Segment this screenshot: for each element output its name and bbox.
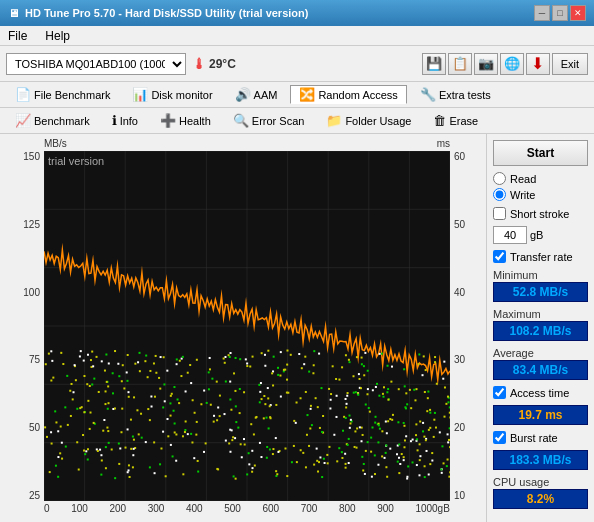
tab-random-access[interactable]: 🔀 Random Access xyxy=(290,85,406,104)
toolbar-icon-5[interactable]: ⬇ xyxy=(526,53,550,75)
maximum-value: 108.2 MB/s xyxy=(493,321,588,341)
title-bar-controls[interactable]: ─ □ ✕ xyxy=(534,5,586,21)
spinbox-row: gB xyxy=(493,226,588,244)
tab-folder-usage[interactable]: 📁 Folder Usage xyxy=(317,111,420,130)
extra-tests-icon: 🔧 xyxy=(420,87,436,102)
stat-maximum: Maximum 108.2 MB/s xyxy=(493,308,588,341)
short-stroke-checkbox[interactable] xyxy=(493,207,506,220)
y-right-unit: ms xyxy=(437,138,450,149)
short-stroke-spinbox[interactable] xyxy=(493,226,527,244)
radio-write[interactable] xyxy=(493,188,506,201)
tab-extra-tests[interactable]: 🔧 Extra tests xyxy=(411,85,500,104)
tab-aam-label: AAM xyxy=(254,89,278,101)
radio-write-label: Write xyxy=(510,189,535,201)
y-axis-right: 60 50 40 30 20 10 xyxy=(450,151,480,501)
chart-container: MB/s ms 150 125 100 75 50 25 trial versi… xyxy=(6,138,480,518)
chart-inner: 150 125 100 75 50 25 trial version 60 50… xyxy=(6,151,480,501)
window-title: HD Tune Pro 5.70 - Hard Disk/SSD Utility… xyxy=(25,7,308,19)
error-scan-icon: 🔍 xyxy=(233,113,249,128)
tab-benchmark[interactable]: 📈 Benchmark xyxy=(6,111,99,130)
maximum-label: Maximum xyxy=(493,308,588,320)
tab-file-benchmark[interactable]: 📄 File Benchmark xyxy=(6,85,119,104)
toolbar-icon-3[interactable]: 📷 xyxy=(474,53,498,75)
access-time-row[interactable]: Access time xyxy=(493,386,588,399)
y-left-unit: MB/s xyxy=(44,138,67,149)
toolbar-icon-2[interactable]: 📋 xyxy=(448,53,472,75)
erase-icon: 🗑 xyxy=(433,113,446,128)
cpu-usage-value: 8.2% xyxy=(493,489,588,509)
short-stroke-row[interactable]: Short stroke xyxy=(493,207,588,220)
tab-info-label: Info xyxy=(120,115,138,127)
burst-rate-value: 183.3 MB/s xyxy=(493,450,588,470)
minimum-label: Minimum xyxy=(493,269,588,281)
random-access-icon: 🔀 xyxy=(299,87,315,102)
app-icon: 🖥 xyxy=(8,7,19,19)
file-benchmark-icon: 📄 xyxy=(15,87,31,102)
tab-extra-tests-label: Extra tests xyxy=(439,89,491,101)
main-content: MB/s ms 150 125 100 75 50 25 trial versi… xyxy=(0,134,594,522)
toolbar-icon-4[interactable]: 🌐 xyxy=(500,53,524,75)
tab-file-benchmark-label: File Benchmark xyxy=(34,89,110,101)
transfer-rate-row[interactable]: Transfer rate xyxy=(493,250,588,263)
folder-usage-icon: 📁 xyxy=(326,113,342,128)
stat-minimum: Minimum 52.8 MB/s xyxy=(493,269,588,302)
stat-burst-rate: 183.3 MB/s xyxy=(493,450,588,470)
tab-error-scan-label: Error Scan xyxy=(252,115,305,127)
toolbar: TOSHIBA MQ01ABD100 (1000 gB) 🌡 29°C 💾 📋 … xyxy=(0,46,594,82)
burst-rate-checkbox[interactable] xyxy=(493,431,506,444)
tab-disk-monitor[interactable]: 📊 Disk monitor xyxy=(123,85,221,104)
stat-access-time: 19.7 ms xyxy=(493,405,588,425)
access-time-value: 19.7 ms xyxy=(493,405,588,425)
tab-health[interactable]: ➕ Health xyxy=(151,111,220,130)
radio-read-label: Read xyxy=(510,173,536,185)
transfer-rate-checkbox[interactable] xyxy=(493,250,506,263)
exit-button[interactable]: Exit xyxy=(552,53,588,75)
tab-erase-label: Erase xyxy=(449,115,478,127)
close-button[interactable]: ✕ xyxy=(570,5,586,21)
maximize-button[interactable]: □ xyxy=(552,5,568,21)
access-time-label: Access time xyxy=(510,387,569,399)
toolbar-icon-1[interactable]: 💾 xyxy=(422,53,446,75)
tab-health-label: Health xyxy=(179,115,211,127)
tab-aam[interactable]: 🔊 AAM xyxy=(226,85,287,104)
short-stroke-unit: gB xyxy=(530,229,543,241)
info-icon: ℹ xyxy=(112,113,117,128)
menu-bar: File Help xyxy=(0,26,594,46)
access-time-checkbox[interactable] xyxy=(493,386,506,399)
toolbar-icon-group: 💾 📋 📷 🌐 ⬇ Exit xyxy=(422,53,588,75)
radio-read[interactable] xyxy=(493,172,506,185)
health-icon: ➕ xyxy=(160,113,176,128)
chart-canvas xyxy=(44,151,450,501)
temperature-display: 🌡 29°C xyxy=(192,56,236,72)
benchmark-icon: 📈 xyxy=(15,113,31,128)
tab-info[interactable]: ℹ Info xyxy=(103,111,147,130)
stat-average: Average 83.4 MB/s xyxy=(493,347,588,380)
nav-tabs-row-1: 📄 File Benchmark 📊 Disk monitor 🔊 AAM 🔀 … xyxy=(0,82,594,108)
x-axis: 0 100 200 300 400 500 600 700 800 900 10… xyxy=(6,503,480,514)
radio-group: Read Write xyxy=(493,172,588,201)
menu-help[interactable]: Help xyxy=(43,29,72,43)
minimum-value: 52.8 MB/s xyxy=(493,282,588,302)
radio-write-row[interactable]: Write xyxy=(493,188,588,201)
tab-random-access-label: Random Access xyxy=(318,89,397,101)
chart-canvas-wrapper: trial version xyxy=(44,151,450,501)
disk-selector[interactable]: TOSHIBA MQ01ABD100 (1000 gB) xyxy=(6,53,186,75)
transfer-rate-label: Transfer rate xyxy=(510,251,573,263)
tab-disk-monitor-label: Disk monitor xyxy=(151,89,212,101)
average-value: 83.4 MB/s xyxy=(493,360,588,380)
tab-error-scan[interactable]: 🔍 Error Scan xyxy=(224,111,314,130)
title-bar: 🖥 HD Tune Pro 5.70 - Hard Disk/SSD Utili… xyxy=(0,0,594,26)
tab-erase[interactable]: 🗑 Erase xyxy=(424,111,487,130)
start-button[interactable]: Start xyxy=(493,140,588,166)
title-bar-left: 🖥 HD Tune Pro 5.70 - Hard Disk/SSD Utili… xyxy=(8,7,308,19)
right-panel: Start Read Write Short stroke gB Transfe… xyxy=(486,134,594,522)
stat-cpu: CPU usage 8.2% xyxy=(493,476,588,509)
thermometer-icon: 🌡 xyxy=(192,56,206,72)
disk-monitor-icon: 📊 xyxy=(132,87,148,102)
tab-folder-usage-label: Folder Usage xyxy=(345,115,411,127)
menu-file[interactable]: File xyxy=(6,29,29,43)
burst-rate-row[interactable]: Burst rate xyxy=(493,431,588,444)
nav-tabs-row-2: 📈 Benchmark ℹ Info ➕ Health 🔍 Error Scan… xyxy=(0,108,594,134)
radio-read-row[interactable]: Read xyxy=(493,172,588,185)
minimize-button[interactable]: ─ xyxy=(534,5,550,21)
